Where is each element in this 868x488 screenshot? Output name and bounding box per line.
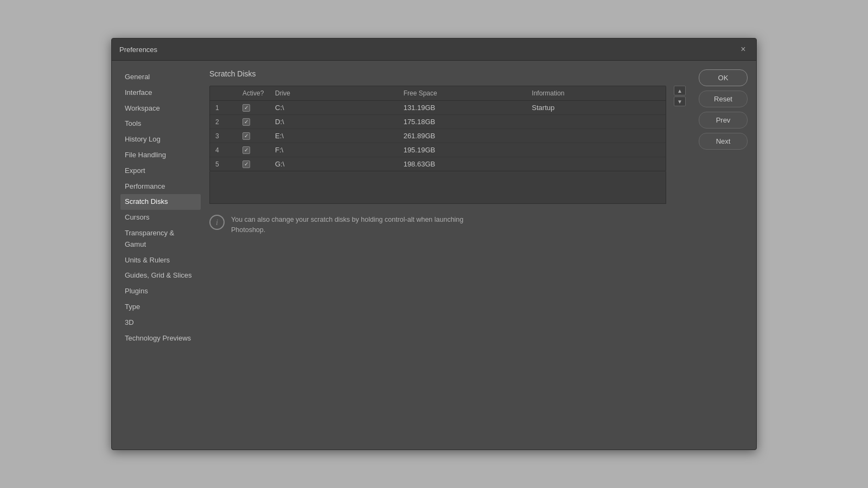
sidebar-item-history-log[interactable]: History Log	[120, 132, 201, 147]
col-active: Active?	[242, 89, 275, 97]
sidebar-item-performance[interactable]: Performance	[120, 179, 201, 195]
drive-cell: G:\	[275, 160, 404, 168]
info-line-1: You can also change your scratch disks b…	[231, 216, 463, 223]
table-with-arrows: Active? Drive Free Space Information 1 C…	[209, 86, 690, 204]
freespace-cell: 131.19GB	[404, 104, 532, 112]
sidebar-item-cursors[interactable]: Cursors	[120, 210, 201, 226]
table-wrapper: Active? Drive Free Space Information 1 C…	[209, 86, 666, 204]
top-area: Scratch Disks Active? Drive Free Space I…	[209, 69, 748, 235]
prev-button[interactable]: Prev	[699, 112, 748, 129]
drive-cell: C:\	[275, 104, 404, 112]
move-up-button[interactable]: ▲	[674, 86, 686, 95]
row-number: 4	[215, 146, 242, 154]
active-checkbox[interactable]	[242, 118, 250, 126]
info-icon: i	[209, 215, 225, 230]
dialog-body: GeneralInterfaceWorkspaceToolsHistory Lo…	[112, 61, 756, 450]
info-line-2: Photoshop.	[231, 226, 265, 234]
active-checkbox[interactable]	[242, 104, 250, 112]
freespace-cell: 195.19GB	[404, 146, 532, 154]
col-freespace: Free Space	[404, 89, 532, 97]
sidebar: GeneralInterfaceWorkspaceToolsHistory Lo…	[120, 69, 201, 441]
content-area: Scratch Disks Active? Drive Free Space I…	[209, 69, 690, 235]
table-spacer	[209, 171, 666, 204]
sidebar-item-3d[interactable]: 3D	[120, 315, 201, 331]
checkbox-cell[interactable]	[242, 118, 275, 126]
drive-cell: F:\	[275, 146, 404, 154]
row-number: 3	[215, 132, 242, 140]
sidebar-item-general[interactable]: General	[120, 69, 201, 85]
table-row: 1 C:\ 131.19GB Startup	[210, 101, 666, 115]
buttons-panel: OK Reset Prev Next	[699, 69, 748, 235]
arrow-controls: ▲ ▼	[669, 86, 690, 106]
checkbox-cell[interactable]	[242, 104, 275, 112]
main-content: Scratch Disks Active? Drive Free Space I…	[209, 69, 748, 441]
active-checkbox[interactable]	[242, 132, 250, 140]
table-header: Active? Drive Free Space Information	[210, 86, 666, 101]
sidebar-item-units-rulers[interactable]: Units & Rulers	[120, 253, 201, 268]
active-checkbox[interactable]	[242, 146, 250, 154]
title-bar: Preferences ×	[112, 38, 756, 61]
table-row: 5 G:\ 198.63GB	[210, 157, 666, 171]
info-box: i You can also change your scratch disks…	[209, 215, 690, 235]
sidebar-item-scratch-disks[interactable]: Scratch Disks	[120, 194, 201, 210]
move-down-button[interactable]: ▼	[674, 97, 686, 106]
sidebar-item-workspace[interactable]: Workspace	[120, 101, 201, 117]
checkbox-cell[interactable]	[242, 132, 275, 140]
info-cell: Startup	[532, 104, 660, 112]
drive-cell: D:\	[275, 118, 404, 126]
col-info: Information	[532, 89, 660, 97]
sidebar-item-guides-grid-slices[interactable]: Guides, Grid & Slices	[120, 268, 201, 284]
table-row: 2 D:\ 175.18GB	[210, 115, 666, 129]
info-text: You can also change your scratch disks b…	[231, 215, 463, 235]
sidebar-item-plugins[interactable]: Plugins	[120, 284, 201, 299]
dialog-title: Preferences	[119, 46, 157, 54]
freespace-cell: 198.63GB	[404, 160, 532, 168]
ok-button[interactable]: OK	[699, 69, 748, 86]
row-number: 1	[215, 104, 242, 112]
checkbox-cell[interactable]	[242, 146, 275, 154]
next-button[interactable]: Next	[699, 133, 748, 150]
active-checkbox[interactable]	[242, 160, 250, 168]
scratch-disks-table: Active? Drive Free Space Information 1 C…	[209, 86, 666, 171]
close-button[interactable]: ×	[738, 44, 749, 55]
section-title: Scratch Disks	[209, 69, 690, 78]
row-number: 2	[215, 118, 242, 126]
sidebar-item-export[interactable]: Export	[120, 163, 201, 179]
sidebar-item-tools[interactable]: Tools	[120, 116, 201, 132]
drive-cell: E:\	[275, 132, 404, 140]
sidebar-item-technology-previews[interactable]: Technology Previews	[120, 331, 201, 346]
sidebar-item-type[interactable]: Type	[120, 299, 201, 315]
freespace-cell: 175.18GB	[404, 118, 532, 126]
col-number	[215, 89, 242, 97]
col-drive: Drive	[275, 89, 404, 97]
sidebar-item-file-handling[interactable]: File Handling	[120, 147, 201, 163]
row-number: 5	[215, 160, 242, 168]
table-row: 3 E:\ 261.89GB	[210, 129, 666, 143]
preferences-dialog: Preferences × GeneralInterfaceWorkspaceT…	[111, 38, 757, 450]
sidebar-item-transparency-gamut[interactable]: Transparency & Gamut	[120, 226, 201, 253]
reset-button[interactable]: Reset	[699, 91, 748, 107]
table-rows: 1 C:\ 131.19GB Startup 2 D:\ 175.18GB 3 …	[210, 101, 666, 171]
freespace-cell: 261.89GB	[404, 132, 532, 140]
sidebar-item-interface[interactable]: Interface	[120, 85, 201, 101]
table-row: 4 F:\ 195.19GB	[210, 143, 666, 157]
checkbox-cell[interactable]	[242, 160, 275, 168]
